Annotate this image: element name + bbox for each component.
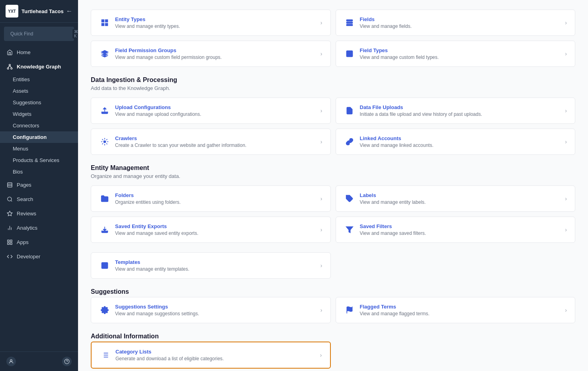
sidebar-item-home[interactable]: Home — [0, 45, 78, 59]
user-avatar-button[interactable] — [6, 357, 16, 366]
sidebar-item-menus[interactable]: Menus — [0, 143, 78, 154]
sidebar-item-products-services[interactable]: Products & Services — [0, 154, 78, 166]
chevron-right-icon: › — [565, 51, 567, 57]
labels-icon — [344, 193, 355, 204]
card-templates[interactable]: Templates View and manage entity templat… — [91, 252, 331, 279]
card-field-permission-groups[interactable]: Field Permission Groups View and manage … — [91, 41, 331, 67]
card-fields-title: Fields — [360, 16, 412, 22]
card-folders[interactable]: Folders Organize entities using folders.… — [91, 186, 331, 212]
card-linked-accounts[interactable]: Linked Accounts View and manage linked a… — [336, 129, 576, 155]
apps-icon — [6, 239, 13, 245]
sidebar-item-developer[interactable]: Developer — [0, 249, 78, 264]
chevron-right-icon: › — [565, 307, 567, 313]
entity-types-icon — [99, 17, 110, 28]
folders-icon — [99, 193, 110, 204]
card-flagged-terms[interactable]: Flagged Terms View and manage flagged te… — [336, 297, 576, 323]
card-crawlers-title: Crawlers — [115, 135, 246, 141]
back-icon[interactable]: ← — [66, 8, 72, 15]
card-la-title: Linked Accounts — [360, 135, 434, 141]
svg-rect-26 — [105, 23, 108, 26]
sidebar-item-pages[interactable]: Pages — [0, 178, 78, 192]
card-field-types[interactable]: Field Types View and manage custom field… — [336, 41, 576, 67]
card-crawlers-desc: Create a Crawler to scan your website an… — [115, 143, 246, 148]
card-see-desc: View and manage saved entity exports. — [115, 230, 198, 236]
category-lists-icon — [100, 350, 111, 361]
field-types-icon — [344, 48, 355, 59]
svg-point-34 — [104, 141, 106, 143]
card-ss-title: Suggestions Settings — [115, 304, 199, 310]
sidebar-header: YXT Turtlehead Tacos ← — [0, 0, 78, 23]
card-labels-title: Labels — [360, 192, 426, 198]
section-suggestions: Suggestions Suggestions Settings View an… — [91, 288, 575, 323]
chevron-right-icon: › — [320, 20, 322, 26]
templates-card-grid: Templates View and manage entity templat… — [91, 252, 575, 279]
quick-find-input[interactable] — [10, 31, 70, 37]
card-sf-desc: View and manage saved filters. — [360, 230, 426, 236]
chevron-right-icon: › — [320, 107, 322, 114]
sidebar-item-analytics-label: Analytics — [17, 225, 37, 231]
svg-rect-17 — [10, 240, 12, 241]
svg-rect-25 — [102, 23, 104, 26]
card-crawlers[interactable]: Crawlers Create a Crawler to scan your w… — [91, 129, 331, 155]
help-button[interactable] — [62, 357, 72, 366]
pages-icon — [6, 182, 13, 188]
svg-rect-28 — [346, 22, 352, 23]
chevron-right-icon: › — [565, 107, 567, 114]
developer-icon — [6, 253, 13, 260]
card-upload-configurations[interactable]: Upload Configurations View and manage up… — [91, 98, 331, 124]
section-additional-info: Additional Information Category Lists Ge… — [91, 333, 575, 369]
card-folders-title: Folders — [115, 192, 181, 198]
templates-icon — [99, 260, 110, 271]
card-sf-title: Saved Filters — [360, 223, 426, 229]
card-folders-desc: Organize entities using folders. — [115, 199, 181, 205]
card-labels-desc: View and manage entity labels. — [360, 199, 426, 205]
card-fpg-title: Field Permission Groups — [115, 47, 222, 53]
card-fields[interactable]: Fields View and manage fields. › — [336, 10, 576, 36]
card-suggestions-settings[interactable]: Suggestions Settings View and manage sug… — [91, 297, 331, 323]
card-la-desc: View and manage linked accounts. — [360, 143, 434, 148]
card-data-file-uploads[interactable]: Data File Uploads Initiate a data file u… — [336, 98, 576, 124]
svg-line-6 — [10, 66, 11, 68]
filters-icon — [344, 224, 355, 235]
sidebar-item-connectors[interactable]: Connectors — [0, 120, 78, 131]
card-saved-filters[interactable]: Saved Filters View and manage saved filt… — [336, 217, 576, 243]
chevron-right-icon: › — [320, 139, 322, 145]
home-icon — [6, 49, 13, 55]
chevron-right-icon: › — [320, 262, 322, 269]
card-cl-title: Category Lists — [115, 349, 224, 355]
card-saved-entity-exports[interactable]: Saved Entity Exports View and manage sav… — [91, 217, 331, 243]
card-category-lists[interactable]: Category Lists Generate and download a l… — [91, 342, 331, 369]
card-entity-types[interactable]: Entity Types View and manage entity type… — [91, 10, 331, 36]
sidebar-item-widgets[interactable]: Widgets — [0, 108, 78, 120]
analytics-icon — [6, 225, 13, 231]
quick-find-bar[interactable]: ⌘ K — [4, 27, 74, 41]
sidebar-item-analytics[interactable]: Analytics — [0, 221, 78, 235]
card-ss-desc: View and manage suggestions settings. — [115, 311, 199, 316]
sidebar-item-reviews[interactable]: Reviews — [0, 206, 78, 221]
sidebar-item-reviews-label: Reviews — [17, 211, 36, 217]
reviews-icon — [6, 210, 13, 217]
section-em-title: Entity Management — [91, 164, 575, 172]
card-labels[interactable]: Labels View and manage entity labels. › — [336, 186, 576, 212]
sidebar-item-knowledge-graph[interactable]: Knowledge Graph — [0, 59, 78, 74]
sidebar-item-apps[interactable]: Apps — [0, 235, 78, 249]
card-uc-desc: View and manage upload configurations. — [115, 111, 201, 117]
card-ft-desc: View and manage custom field types. — [360, 55, 439, 60]
svg-rect-27 — [346, 20, 352, 21]
svg-rect-16 — [7, 240, 9, 241]
card-templates-title: Templates — [115, 259, 189, 265]
chevron-right-icon: › — [320, 51, 322, 57]
svg-rect-19 — [7, 242, 9, 244]
sidebar-item-configuration[interactable]: Configuration — [0, 131, 78, 143]
main-content: Entity Types View and manage entity type… — [78, 0, 588, 371]
sidebar-item-kg-label: Knowledge Graph — [17, 64, 61, 70]
permission-groups-icon — [99, 48, 110, 59]
sidebar-item-entities[interactable]: Entities — [0, 74, 78, 85]
sidebar-item-suggestions[interactable]: Suggestions — [0, 97, 78, 108]
sidebar-item-bios[interactable]: Bios — [0, 166, 78, 178]
svg-point-3 — [7, 68, 9, 69]
sidebar-item-search[interactable]: Search — [0, 192, 78, 206]
card-entity-types-title: Entity Types — [115, 16, 180, 22]
sidebar-item-assets[interactable]: Assets — [0, 85, 78, 97]
card-uc-title: Upload Configurations — [115, 104, 201, 110]
